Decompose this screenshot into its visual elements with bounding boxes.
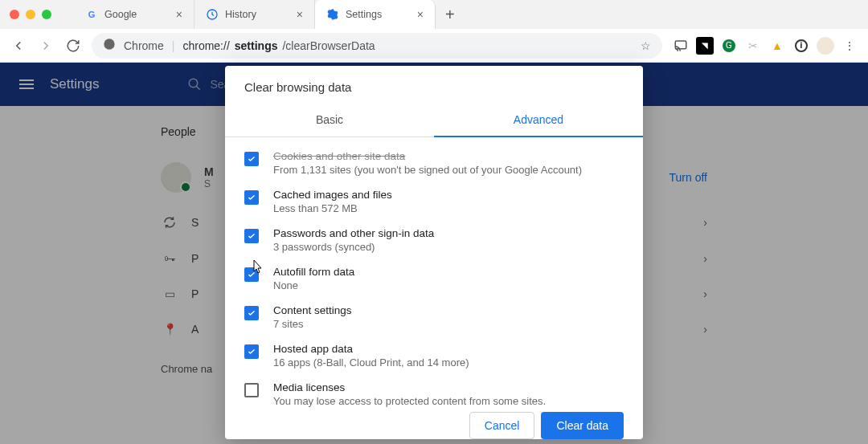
traffic-lights xyxy=(10,10,51,19)
extension-icon[interactable]: i xyxy=(792,37,810,55)
tab-settings[interactable]: Settings × xyxy=(315,0,436,29)
window-close-button[interactable] xyxy=(10,10,19,19)
option-label: Hosted app data xyxy=(273,343,469,355)
tab-advanced[interactable]: Advanced xyxy=(434,105,643,137)
site-label: Chrome xyxy=(124,39,164,52)
clear-browsing-data-dialog: Clear browsing data Basic Advanced Cooki… xyxy=(225,66,643,439)
option-subtext: 3 passwords (synced) xyxy=(273,241,434,253)
close-tab-icon[interactable]: × xyxy=(176,8,182,21)
back-button[interactable] xyxy=(10,37,27,55)
site-info-icon[interactable] xyxy=(103,38,116,53)
option-label: Content settings xyxy=(273,304,352,316)
option-autofill: Autofill form dataNone xyxy=(244,259,624,298)
option-passwords: Passwords and other sign-in data3 passwo… xyxy=(244,221,624,259)
option-subtext: None xyxy=(273,279,354,291)
history-icon xyxy=(206,8,219,21)
option-subtext: 16 apps (8-Ball, Cloud Print, and 14 mor… xyxy=(273,356,469,369)
option-text: Content settings7 sites xyxy=(273,304,352,330)
option-label: Cached images and files xyxy=(273,189,392,201)
google-favicon: G xyxy=(85,8,98,21)
option-text: Hosted app data16 apps (8-Ball, Cloud Pr… xyxy=(273,343,469,369)
checkbox-passwords[interactable] xyxy=(244,229,259,243)
forward-button[interactable] xyxy=(37,37,55,55)
option-text: Passwords and other sign-in data3 passwo… xyxy=(273,227,434,253)
option-cache: Cached images and filesLess than 572 MB xyxy=(244,182,624,221)
option-text: Autofill form dataNone xyxy=(273,266,354,291)
options-list: Cookies and other site dataFrom 1,131 si… xyxy=(225,137,643,402)
extension-icon[interactable]: ▲ xyxy=(768,37,786,55)
option-label: Autofill form data xyxy=(273,266,354,278)
svg-rect-3 xyxy=(675,41,686,49)
option-hosted: Hosted app data16 apps (8-Ball, Cloud Pr… xyxy=(244,336,624,375)
close-tab-icon[interactable]: × xyxy=(417,8,424,21)
reload-button[interactable] xyxy=(64,37,82,55)
option-text: Cookies and other site dataFrom 1,131 si… xyxy=(273,150,582,176)
url-text: chrome://settings/clearBrowserData xyxy=(182,39,633,52)
option-subtext: 7 sites xyxy=(273,318,352,330)
svg-point-2 xyxy=(104,39,114,49)
checkbox-hosted[interactable] xyxy=(244,344,259,359)
gear-icon xyxy=(326,8,339,21)
new-tab-button[interactable]: + xyxy=(436,6,465,24)
checkbox-cache[interactable] xyxy=(244,190,259,205)
omnibox[interactable]: Chrome | chrome://settings/clearBrowserD… xyxy=(92,33,662,59)
option-label: Cookies and other site data xyxy=(273,150,582,162)
window-minimize-button[interactable] xyxy=(26,10,35,19)
option-label: Media licenses xyxy=(273,381,546,393)
window-maximize-button[interactable] xyxy=(42,10,51,19)
option-subtext: From 1,131 sites (you won't be signed ou… xyxy=(273,164,582,176)
checkbox-media[interactable] xyxy=(244,383,259,397)
dialog-title: Clear browsing data xyxy=(225,66,643,105)
checkbox-cookies[interactable] xyxy=(244,152,259,166)
clear-data-button[interactable]: Clear data xyxy=(541,412,624,439)
option-text: Cached images and filesLess than 572 MB xyxy=(273,189,392,214)
profile-avatar[interactable] xyxy=(817,37,834,55)
tab-history[interactable]: History × xyxy=(194,0,315,29)
cancel-button[interactable]: Cancel xyxy=(469,412,535,439)
dialog-tabs: Basic Advanced xyxy=(225,105,643,137)
tab-basic[interactable]: Basic xyxy=(225,105,434,137)
extension-icon[interactable]: ✂ xyxy=(744,37,762,55)
option-label: Passwords and other sign-in data xyxy=(273,227,434,239)
option-subtext: Less than 572 MB xyxy=(273,202,392,214)
tab-label: Google xyxy=(104,9,137,20)
dialog-actions: Cancel Clear data xyxy=(225,402,643,439)
address-bar-row: Chrome | chrome://settings/clearBrowserD… xyxy=(0,29,868,63)
bookmark-star-icon[interactable]: ☆ xyxy=(641,39,651,52)
browser-tabs: G Google × History × Settings × + xyxy=(74,0,858,29)
checkbox-content[interactable] xyxy=(244,306,259,320)
tab-google[interactable]: G Google × xyxy=(74,0,194,29)
close-tab-icon[interactable]: × xyxy=(297,8,303,21)
window-title-bar: G Google × History × Settings × + xyxy=(0,0,868,29)
checkbox-autofill[interactable] xyxy=(244,267,259,282)
extension-icons: ◥ G ✂ ▲ i ⋮ xyxy=(672,37,858,55)
tab-label: Settings xyxy=(346,9,382,20)
option-subtext: You may lose access to protected content… xyxy=(273,395,546,407)
cast-icon[interactable] xyxy=(672,37,690,55)
extension-icon[interactable]: ◥ xyxy=(696,37,714,55)
option-text: Media licensesYou may lose access to pro… xyxy=(273,381,546,407)
option-cookies: Cookies and other site dataFrom 1,131 si… xyxy=(244,144,624,182)
option-content: Content settings7 sites xyxy=(244,298,624,336)
tab-label: History xyxy=(225,9,256,20)
chrome-menu-icon[interactable]: ⋮ xyxy=(841,37,858,55)
extension-icon[interactable]: G xyxy=(720,37,738,55)
